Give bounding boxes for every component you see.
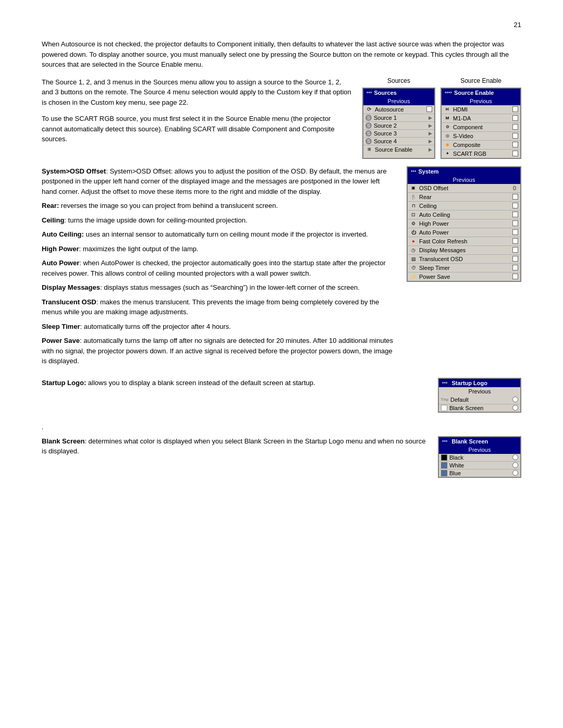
auto-power-checkbox[interactable] [512,229,518,235]
system-text-col: System>OSD OffsetSystem>OSD Offset: Syst… [42,166,396,371]
ceiling-checkbox[interactable] [512,203,518,208]
system-item-auto-ceiling: ⊡ Auto Ceiling [408,211,520,219]
translucent-icon: ▤ [410,255,417,263]
system-menu-area: ••• System Previous ▣ OSD Offset 0 Ɽ Rea… [407,166,521,282]
blank-screen-radio[interactable] [512,405,518,411]
svideo-icon: ◎ [444,132,451,140]
sources-menu-title: ••• Sources [363,89,434,97]
source-enable-icon: ⊞ [365,146,373,153]
source-enable-previous: Previous [442,97,520,105]
auto-ceiling-checkbox[interactable] [512,212,518,217]
startup-logo-section: Startup Logo: allows you to display a bl… [42,378,521,413]
hdmi-icon: H [444,106,451,113]
source-text-col: The Source 1, 2, and 3 menus in the Sour… [42,77,352,144]
power-save-icon: ⚡ [410,273,417,280]
sleep-checkbox[interactable] [512,265,518,270]
rear-checkbox[interactable] [512,194,518,200]
default-icon: Tmp [441,396,448,403]
composite-checkbox[interactable] [512,142,518,147]
blank-screen-menu-title: ••• Blank Screen [439,437,520,446]
startup-text-col: Startup Logo: allows you to display a bl… [42,378,427,388]
menu-item-svideo: ◎ S-Video [442,132,520,141]
source-enable-label: Source Enable [440,77,521,84]
dot-separator: . [42,423,521,431]
startup-item-default: Tmp Default [439,396,520,404]
m1da-icon: M [444,115,451,122]
system-item-ceiling: ⊓ Ceiling [408,202,520,211]
startup-item-blank-screen: Blank Screen [439,404,520,412]
black-radio[interactable] [512,454,518,460]
auto-power-icon: ⏻ [410,229,417,236]
menu-item-m1da: M M1-DA [442,114,520,123]
menu-item-source-enable: ⊞ Source Enable ▶ [363,145,434,154]
autosource-checkbox[interactable] [426,106,432,112]
osd-icon: ▣ [410,184,417,192]
white-swatch [441,462,447,468]
system-section: System>OSD OffsetSystem>OSD Offset: Syst… [42,166,521,371]
blank-screen-previous: Previous [439,446,520,454]
blank-screen-menu-area: ••• Blank Screen Previous Black White Bl… [438,436,521,478]
system-item-sleep: ⏱ Sleep Timer [408,264,520,273]
component-checkbox[interactable] [512,124,518,130]
hdmi-checkbox[interactable] [512,106,518,112]
m1da-checkbox[interactable] [512,115,518,121]
blank-screen-menu-panel: ••• Blank Screen Previous Black White Bl… [438,436,521,478]
system-item-fast-color: ● Fast Color Refresh [408,237,520,246]
startup-logo-menu-panel: ••• Startup Logo Previous Tmp Default Bl… [438,378,521,413]
blank-screen-item-blue: Blue [439,470,520,477]
system-item-high-power: ⚙ High Power [408,219,520,228]
source4-icon: S [365,138,372,144]
system-item-translucent: ▤ Translucent OSD [408,255,520,264]
fast-color-checkbox[interactable] [512,238,518,244]
system-item-osd: ▣ OSD Offset 0 [408,184,520,193]
sources-previous: Previous [363,97,434,105]
auto-ceiling-icon: ⊡ [410,211,417,218]
source-section: The Source 1, 2, and 3 menus in the Sour… [42,77,521,159]
menu-item-scart: ✦ SCART RGB [442,150,520,158]
system-menu-title: ••• System [408,167,520,176]
menu-item-source2: S Source 2 ▶ [363,122,434,130]
menu-labels: Sources Source Enable [362,77,521,84]
menu-item-autosource: ⟳ Autosource [363,105,434,114]
svideo-checkbox[interactable] [512,133,518,139]
menu-panels-area: Sources Source Enable ••• Sources Previo… [362,77,521,159]
system-item-display-msg: ◷ Display Messages [408,246,520,255]
component-icon: ⚙ [444,124,451,131]
rear-icon: Ɽ [410,193,417,201]
sleep-icon: ⏱ [410,264,417,272]
source-menu-panels: ••• Sources Previous ⟳ Autosource S Sour… [362,88,521,159]
system-item-rear: Ɽ Rear [408,193,520,202]
blue-swatch [441,470,447,476]
high-power-checkbox[interactable] [512,220,518,226]
scart-checkbox[interactable] [512,151,518,156]
startup-logo-previous: Previous [439,387,520,396]
menu-item-source3: S Source 3 ▶ [363,130,434,138]
startup-logo-menu-area: ••• Startup Logo Previous Tmp Default Bl… [438,378,521,413]
sources-label: Sources [362,77,435,84]
page-number: 21 [42,21,521,29]
translucent-checkbox[interactable] [512,256,518,262]
display-msg-icon: ◷ [410,246,417,254]
menu-item-composite: ◉ Composite [442,141,520,150]
menu-item-component: ⚙ Component [442,123,520,132]
menu-item-hdmi: H HDMI [442,105,520,114]
blank-screen-text-col: Blank Screen: determines what color is d… [42,436,427,456]
high-power-icon: ⚙ [410,220,417,227]
power-save-checkbox[interactable] [512,274,518,279]
intro-paragraph: When Autosource is not checked, the proj… [42,39,521,70]
black-swatch [441,454,447,461]
fast-color-icon: ● [410,238,417,245]
source-enable-menu-title: •••• Source Enable [442,89,520,97]
white-radio[interactable] [512,462,518,468]
autosource-icon: ⟳ [365,106,373,113]
sources-menu-panel: ••• Sources Previous ⟳ Autosource S Sour… [362,88,435,159]
blank-screen-icon [441,405,447,411]
blue-radio[interactable] [512,470,518,476]
display-msg-checkbox[interactable] [512,247,518,253]
menu-item-source4: S Source 4 ▶ [363,138,434,145]
source3-icon: S [365,130,372,137]
default-radio[interactable] [512,397,518,402]
system-menu-panel: ••• System Previous ▣ OSD Offset 0 Ɽ Rea… [407,166,521,282]
source-enable-menu-panel: •••• Source Enable Previous H HDMI M M1-… [440,88,521,159]
system-item-power-save: ⚡ Power Save [408,273,520,281]
